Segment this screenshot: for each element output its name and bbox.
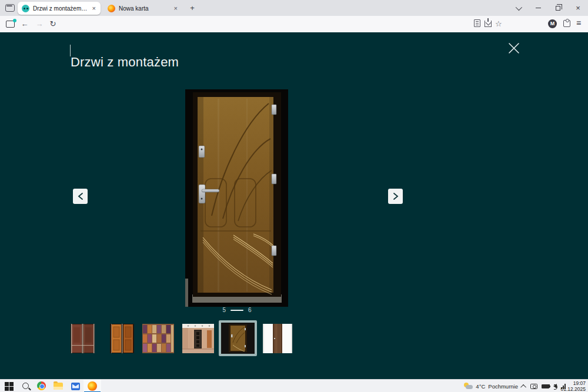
clock-date: 01.12.2025 (560, 387, 586, 392)
tab-olx-listing[interactable]: Drzwi z montażem Gniezno • OLX. × (18, 2, 101, 15)
gallery-close-button[interactable] (507, 41, 521, 55)
firefox-view-icon[interactable] (5, 4, 15, 12)
gallery-overlay: Drzwi z montażem (0, 32, 588, 379)
new-tab-button[interactable]: + (187, 3, 198, 14)
minimize-button[interactable] (528, 0, 548, 16)
restore-button[interactable] (548, 0, 568, 16)
browser-toolbar: ← → ↻ ⇄ ⊘ www.olx.pl/d/oferta/drzwi-z-mo… (0, 16, 588, 32)
tab-title: Drzwi z montażem Gniezno • OLX. (33, 5, 88, 12)
save-page-icon[interactable] (485, 19, 492, 27)
tab-close-icon[interactable]: × (92, 5, 96, 12)
chevron-down-icon (516, 4, 522, 10)
browser-tab-bar: Drzwi z montażem Gniezno • OLX. × Nowa k… (0, 0, 588, 16)
thumbnail-image (221, 323, 255, 354)
close-icon: × (576, 4, 580, 12)
thumbnail-6-door-on-white[interactable] (263, 324, 292, 353)
list-tabs-button[interactable] (508, 0, 528, 16)
display-icon[interactable] (530, 384, 537, 389)
thumbnail-image (142, 324, 174, 353)
gallery-title: Drzwi z montażem (71, 55, 179, 70)
thumbnail-1-brown-doors[interactable] (71, 324, 95, 353)
thumbnail-3-door-samples-collage[interactable] (142, 324, 174, 353)
weather-cloudy-icon (464, 383, 473, 390)
extensions-puzzle-icon[interactable] (563, 20, 570, 27)
firefox-icon (88, 381, 97, 391)
thumbnail-image (110, 324, 134, 353)
windows-taskbar: 4°C Pochmurnie 19:07 01.12.2025 (0, 379, 588, 392)
restore-icon (556, 6, 560, 11)
taskbar-clock[interactable]: 19:07 01.12.2025 (560, 381, 586, 392)
olx-favicon (22, 5, 29, 12)
screen: Drzwi z montażem Gniezno • OLX. × Nowa k… (0, 0, 588, 392)
reader-mode-icon[interactable] (474, 19, 480, 27)
weather-widget[interactable]: 4°C Pochmurnie (464, 380, 518, 392)
door-photo-image (185, 89, 288, 307)
thumbnail-image (182, 324, 214, 353)
profile-avatar[interactable]: M (548, 19, 557, 28)
taskbar-search-button[interactable] (22, 381, 32, 391)
thumbnail-image (263, 324, 292, 353)
counter-total: 6 (248, 307, 252, 313)
previous-photo-button[interactable] (73, 189, 88, 204)
counter-progress-bar (230, 310, 243, 311)
windows-logo-icon (5, 381, 14, 391)
window-close-button[interactable]: × (568, 0, 588, 16)
close-x-icon (507, 41, 521, 55)
back-button[interactable]: ← (19, 18, 31, 30)
photo-counter: 5 6 (211, 307, 263, 313)
mail-icon (71, 383, 80, 390)
tray-expand-icon[interactable] (520, 384, 526, 390)
taskbar-firefox-button-active[interactable] (83, 380, 101, 392)
reload-button[interactable]: ↻ (47, 18, 59, 30)
volume-icon[interactable] (553, 384, 557, 388)
forward-button[interactable]: → (34, 18, 45, 30)
taskbar-mail-button[interactable] (71, 381, 81, 391)
minimize-icon (536, 8, 541, 8)
tab-title: Nowa karta (119, 5, 170, 12)
thumbnail-image (71, 324, 95, 353)
weather-condition: Pochmurnie (488, 383, 518, 390)
thumbnail-4-showroom-interior[interactable] (182, 324, 214, 353)
weather-temperature: 4°C (476, 383, 485, 390)
file-explorer-icon (54, 383, 63, 390)
chevron-right-icon (393, 193, 399, 200)
chevron-left-icon (78, 193, 83, 200)
search-icon (22, 383, 29, 389)
system-tray (522, 380, 566, 392)
import-browser-icon[interactable] (6, 21, 15, 28)
counter-current: 5 (222, 307, 226, 313)
hamburger-menu-icon[interactable]: ≡ (576, 18, 581, 28)
thumbnail-5-golden-door-selected[interactable] (219, 320, 257, 356)
firefox-favicon (108, 5, 115, 12)
bookmark-star-icon[interactable]: ☆ (495, 19, 502, 28)
start-button[interactable] (5, 381, 14, 391)
tab-new-tab[interactable]: Nowa karta × (103, 2, 182, 15)
taskbar-chrome-button[interactable] (37, 381, 46, 391)
taskbar-explorer-button[interactable] (54, 381, 63, 391)
tab-close-icon[interactable]: × (173, 5, 178, 12)
chrome-icon (37, 381, 46, 390)
next-photo-button[interactable] (388, 189, 403, 204)
thumbnail-2-orange-doors[interactable] (110, 324, 134, 353)
main-photo-golden-door[interactable] (185, 89, 288, 307)
